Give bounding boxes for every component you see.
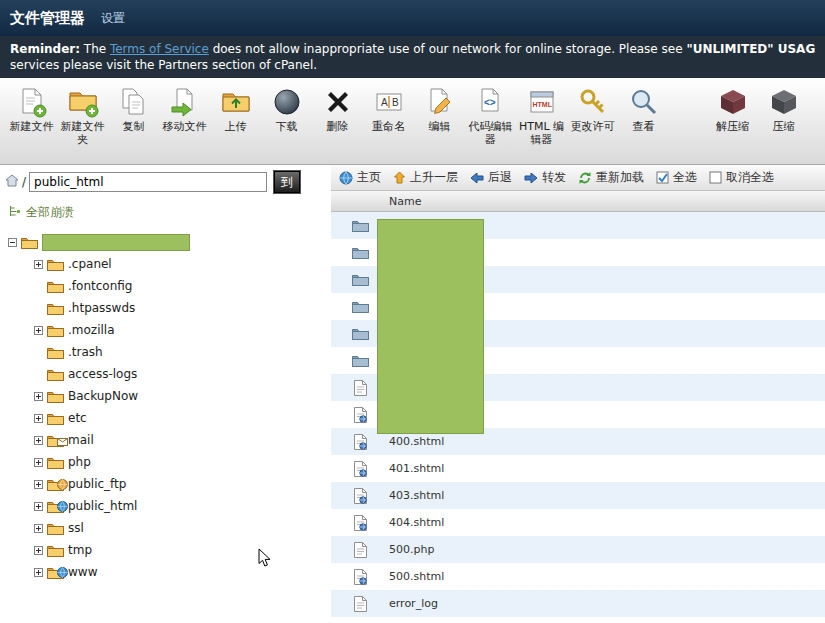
tree-item-label: mail — [68, 433, 94, 447]
extract-button[interactable]: 解压缩 — [707, 84, 758, 133]
extract-icon — [707, 84, 758, 120]
tree-item-label: www — [68, 565, 97, 579]
toolbar-label: 上传 — [210, 120, 261, 133]
new-folder-icon — [57, 84, 108, 120]
folder-icon — [47, 280, 64, 293]
reminder-bold: Reminder: — [10, 42, 80, 56]
tree-item-htpasswds[interactable]: .htpasswds — [8, 297, 331, 319]
download-button[interactable]: 下载 — [261, 84, 312, 133]
terms-of-service-link[interactable]: Terms of Service — [110, 42, 209, 56]
file-row[interactable]: error_log — [331, 590, 825, 617]
reload-button[interactable]: 重新加载 — [578, 169, 644, 186]
tree-item-label: .fontconfig — [68, 279, 132, 293]
back-button[interactable]: 后退 — [470, 169, 512, 186]
go-button[interactable]: 到 — [274, 171, 300, 193]
toolbar-label: 代码编辑器 — [465, 120, 516, 146]
tree-item-www[interactable]: www — [8, 561, 331, 583]
forward-button[interactable]: 转发 — [524, 169, 566, 186]
expand-icon[interactable] — [34, 524, 43, 533]
expand-icon[interactable] — [34, 260, 43, 269]
expand-icon[interactable] — [34, 392, 43, 401]
expand-icon[interactable] — [34, 436, 43, 445]
move-file-button[interactable]: 移动文件 — [159, 84, 210, 133]
magnifier-icon — [618, 84, 669, 120]
folder-icon — [47, 412, 64, 425]
toolbar-label: 解压缩 — [707, 120, 758, 133]
tree-item-cpanel[interactable]: .cpanel — [8, 253, 331, 275]
settings-link[interactable]: 设置 — [101, 10, 125, 27]
tree-item-php[interactable]: php — [8, 451, 331, 473]
file-row[interactable]: 500.php — [331, 536, 825, 563]
file-row[interactable]: 403.shtml — [331, 482, 825, 509]
folder-icon — [47, 346, 64, 359]
svg-text:A: A — [381, 97, 388, 108]
tree-item-fontconfig[interactable]: .fontconfig — [8, 275, 331, 297]
tree-item-trash[interactable]: .trash — [8, 341, 331, 363]
copy-button[interactable]: 复制 — [108, 84, 159, 133]
path-input[interactable] — [29, 172, 267, 192]
toolbar-label: 重命名 — [363, 120, 414, 133]
up-one-level-button[interactable]: 上升一层 — [393, 169, 458, 186]
tree-item-mozilla[interactable]: .mozilla — [8, 319, 331, 341]
expand-icon[interactable] — [34, 458, 43, 467]
download-icon — [261, 84, 312, 120]
tree-item-ssl[interactable]: ssl — [8, 517, 331, 539]
name-column-header[interactable]: Name — [331, 191, 825, 212]
nav-label: 主页 — [357, 169, 381, 186]
file-name: 500.php — [389, 543, 434, 556]
tree-item-tmp[interactable]: tmp — [8, 539, 331, 561]
reminder-line1: Reminder: The Terms of Service does not … — [10, 41, 815, 57]
code-editor-button[interactable]: <> 代码编辑器 — [465, 84, 516, 146]
tree-item-label: .cpanel — [68, 257, 112, 271]
collapse-all-label: 全部崩溃 — [26, 204, 74, 221]
edit-button[interactable]: 编辑 — [414, 84, 465, 133]
rename-button[interactable]: AB 重命名 — [363, 84, 414, 133]
tree-item-backupnow[interactable]: BackupNow — [8, 385, 331, 407]
delete-button[interactable]: 删除 — [312, 84, 363, 133]
page-title: 文件管理器 — [10, 9, 85, 28]
html-file-icon — [331, 569, 389, 585]
folder-icon — [47, 258, 64, 271]
tree-item-etc[interactable]: etc — [8, 407, 331, 429]
copy-icon — [108, 84, 159, 120]
new-file-button[interactable]: 新建文件 — [6, 84, 57, 133]
file-row[interactable]: 404.shtml — [331, 509, 825, 536]
tree-item-public-ftp[interactable]: public_ftp — [8, 473, 331, 495]
unselect-all-button[interactable]: 取消全选 — [709, 169, 774, 186]
expand-icon[interactable] — [34, 414, 43, 423]
change-permissions-button[interactable]: 更改许可 — [567, 84, 618, 133]
toolbar-label: 新建文件夹 — [57, 120, 108, 146]
file-row[interactable]: 500.shtml — [331, 563, 825, 590]
compress-button[interactable]: 压缩 — [758, 84, 809, 133]
tree-item-public-html[interactable]: public_html — [8, 495, 331, 517]
nav-label: 后退 — [488, 169, 512, 186]
ftp-globe-icon — [57, 479, 68, 493]
tree-item-label: public_html — [68, 499, 137, 513]
expand-icon[interactable] — [34, 326, 43, 335]
file-row[interactable]: 401.shtml — [331, 455, 825, 482]
tree-item-access-logs[interactable]: access-logs — [8, 363, 331, 385]
home-nav-button[interactable]: 主页 — [339, 169, 381, 186]
upload-button[interactable]: 上传 — [210, 84, 261, 133]
nav-label: 全选 — [673, 169, 697, 186]
folder-icon — [47, 478, 64, 491]
html-editor-button[interactable]: HTML HTML 编辑器 — [516, 84, 567, 146]
collapse-icon[interactable] — [8, 238, 17, 247]
select-all-button[interactable]: 全选 — [656, 169, 697, 186]
tree-item-mail[interactable]: mail — [8, 429, 331, 451]
expand-icon[interactable] — [34, 502, 43, 511]
expand-icon[interactable] — [34, 480, 43, 489]
path-bar: / 到 — [0, 168, 331, 196]
folder-icon — [47, 324, 64, 337]
new-folder-button[interactable]: 新建文件夹 — [57, 84, 108, 146]
html-file-icon — [331, 434, 389, 450]
file-rows: 400.shtml 401.shtml 403.shtml 404.shtml … — [331, 212, 825, 617]
tree-item-label: .trash — [68, 345, 103, 359]
collapse-all-link[interactable]: 全部崩溃 — [0, 196, 331, 227]
expand-icon[interactable] — [34, 546, 43, 555]
tree-item-root[interactable] — [8, 231, 331, 253]
nav-label: 取消全选 — [726, 169, 774, 186]
file-list-panel: 主页 上升一层 后退 转发 重新加载 全选 取消全选 Name 400.shtm… — [331, 165, 825, 623]
expand-icon[interactable] — [34, 568, 43, 577]
view-button[interactable]: 查看 — [618, 84, 669, 133]
